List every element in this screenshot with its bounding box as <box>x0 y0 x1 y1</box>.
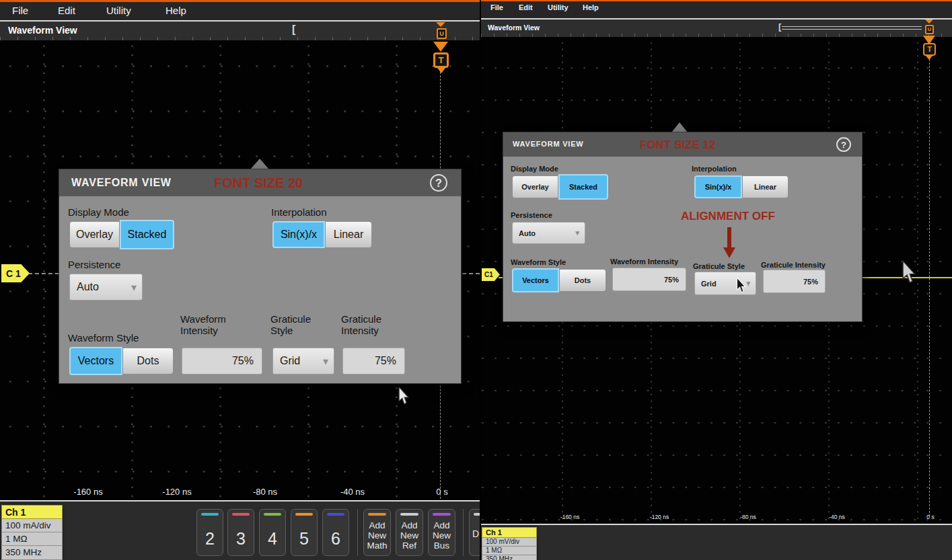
persistence-value: Auto <box>519 229 536 237</box>
persistence-value: Auto <box>77 281 99 293</box>
graticule-style-dropdown[interactable]: Grid ▾ <box>272 348 334 374</box>
channel-badge-name: Ch 1 <box>482 527 537 538</box>
channel-button-3[interactable]: 3 <box>227 509 254 556</box>
axis-tick: -80 ns <box>253 487 277 497</box>
channel-button-6[interactable]: 6 <box>322 509 349 556</box>
trigger-minimap-arrow-icon[interactable] <box>436 22 445 27</box>
menu-item-edit[interactable]: Edit <box>58 5 75 16</box>
divider <box>463 509 464 556</box>
trigger-minimap-badge[interactable]: U <box>925 25 934 34</box>
channel-badge-bandwidth: 350 MHz <box>1 546 63 560</box>
axis-tick: 0 s <box>926 514 934 520</box>
stacked-button[interactable]: Stacked <box>120 220 174 249</box>
channel-color-stripe <box>295 513 313 516</box>
font-size-annotation: FONT SIZE 12 <box>640 138 715 152</box>
dialog-title: WAVEFORM VIEW <box>513 140 584 148</box>
tab-waveform-view[interactable]: Waveform View <box>8 25 77 36</box>
overlay-button[interactable]: Overlay <box>512 175 558 198</box>
axis-tick: -160 ns <box>560 514 579 520</box>
zoom-extent-line <box>782 29 922 30</box>
persistence-label: Persistence <box>68 259 120 270</box>
channel-badge[interactable]: Ch 1 100 mV/div 1 MΩ 350 MHz <box>482 527 537 560</box>
channel-button-label: 6 <box>331 529 340 548</box>
linear-button[interactable]: Linear <box>325 221 372 248</box>
channel-color-stripe <box>201 513 219 516</box>
waveform-intensity-field[interactable]: 75% <box>182 348 262 374</box>
help-icon[interactable]: ? <box>430 174 447 192</box>
persistence-dropdown[interactable]: Auto ▾ <box>512 222 585 244</box>
add-new-bus-button[interactable]: Add New Bus <box>428 509 455 556</box>
channel-button-4[interactable]: 4 <box>259 509 286 556</box>
graticule-intensity-label: Graticule Intensity <box>341 313 400 336</box>
channel-button-label: 5 <box>299 529 309 548</box>
trigger-minimap-badge[interactable]: U <box>437 28 447 39</box>
sinx-button[interactable]: Sin(x)/x <box>272 221 325 248</box>
add-new-math-button[interactable]: Add New Math <box>363 509 391 556</box>
axis-tick: -120 ns <box>162 487 191 497</box>
graticule-style-dropdown[interactable]: Grid ▾ <box>694 272 756 295</box>
menu-item-file[interactable]: File <box>490 3 503 11</box>
menu-bar: File Edit Utility Help <box>481 1 952 18</box>
channel-badge-impedance: 1 MΩ <box>482 547 537 555</box>
menu-item-help[interactable]: Help <box>583 3 599 11</box>
dots-button[interactable]: Dots <box>559 269 606 292</box>
graticule-intensity-field[interactable]: 75% <box>342 348 405 374</box>
math-color-stripe <box>368 513 386 516</box>
channel-button-5[interactable]: 5 <box>291 509 318 556</box>
menu-item-utility[interactable]: Utility <box>106 5 131 16</box>
channel-badge[interactable]: Ch 1 100 mA/div 1 MΩ 350 MHz <box>1 505 63 560</box>
channel-button-2[interactable]: 2 <box>196 509 223 556</box>
linear-button[interactable]: Linear <box>742 175 789 198</box>
overlay-button[interactable]: Overlay <box>69 221 120 248</box>
graticule-style-label: Graticule Style <box>693 262 745 270</box>
axis-tick: -80 ns <box>740 514 756 520</box>
waveform-view-tab-bar: Waveform View [ <box>0 22 480 40</box>
tab-waveform-view[interactable]: Waveform View <box>488 24 540 32</box>
chevron-down-icon: ▾ <box>323 355 328 368</box>
stacked-button[interactable]: Stacked <box>558 174 608 200</box>
channel-badge-bandwidth: 350 MHz <box>482 555 537 560</box>
help-icon[interactable]: ? <box>836 137 851 152</box>
waveform-intensity-field[interactable]: 75% <box>612 268 686 291</box>
dialog-title: WAVEFORM VIEW <box>71 177 172 189</box>
axis-tick: -120 ns <box>650 514 669 520</box>
axis-tick: -160 ns <box>73 487 102 497</box>
chevron-down-icon: ▾ <box>575 229 579 237</box>
zoom-bracket: [ <box>778 22 781 32</box>
menu-item-edit[interactable]: Edit <box>519 3 533 11</box>
trigger-minimap-arrow-icon[interactable] <box>925 19 933 24</box>
dots-button[interactable]: Dots <box>122 348 174 374</box>
chevron-down-icon: ▾ <box>131 281 137 294</box>
channel-color-stripe <box>264 513 281 516</box>
menu-item-file[interactable]: File <box>12 5 28 16</box>
trigger-flag[interactable]: T <box>923 43 936 56</box>
dialog-header[interactable]: WAVEFORM VIEW FONT SIZE 12 ? <box>503 132 862 157</box>
menu-item-help[interactable]: Help <box>166 5 186 16</box>
channel-badge-scale: 100 mV/div <box>482 538 537 547</box>
sinx-button[interactable]: Sin(x)/x <box>694 175 742 198</box>
dialog-pointer <box>250 159 269 169</box>
waveform-style-label: Waveform Style <box>511 258 566 266</box>
trigger-flag-tip <box>437 68 445 73</box>
menu-item-utility[interactable]: Utility <box>548 3 569 11</box>
vectors-button[interactable]: Vectors <box>69 347 122 375</box>
vectors-button[interactable]: Vectors <box>512 268 559 292</box>
ref-color-stripe <box>400 513 418 516</box>
persistence-dropdown[interactable]: Auto ▾ <box>69 274 143 301</box>
dialog-pointer <box>671 122 688 132</box>
alignment-annotation: ALIGNMENT OFF <box>681 210 775 223</box>
cursor-pointer-dropdown <box>735 278 747 293</box>
axis-tick: -40 ns <box>340 487 365 497</box>
cursor-pointer <box>397 387 410 405</box>
interpolation-label: Interpolation <box>692 165 737 173</box>
dialog-waveform-view: WAVEFORM VIEW FONT SIZE 20 ? Display Mod… <box>59 169 461 383</box>
bottom-bar: Ch 1 100 mV/div 1 MΩ 350 MHz <box>481 525 952 560</box>
graticule-intensity-field[interactable]: 75% <box>763 270 826 293</box>
trigger-flag[interactable]: T <box>433 52 449 68</box>
channel-button-label: 2 <box>205 529 215 548</box>
trigger-arrow-icon[interactable] <box>433 42 448 52</box>
screenshot-left: File Edit Utility Help Waveform View [ U… <box>0 0 480 560</box>
partial-button[interactable]: D <box>469 509 480 556</box>
dialog-header[interactable]: WAVEFORM VIEW FONT SIZE 20 ? <box>59 169 461 196</box>
add-new-ref-button[interactable]: Add New Ref <box>396 509 423 556</box>
